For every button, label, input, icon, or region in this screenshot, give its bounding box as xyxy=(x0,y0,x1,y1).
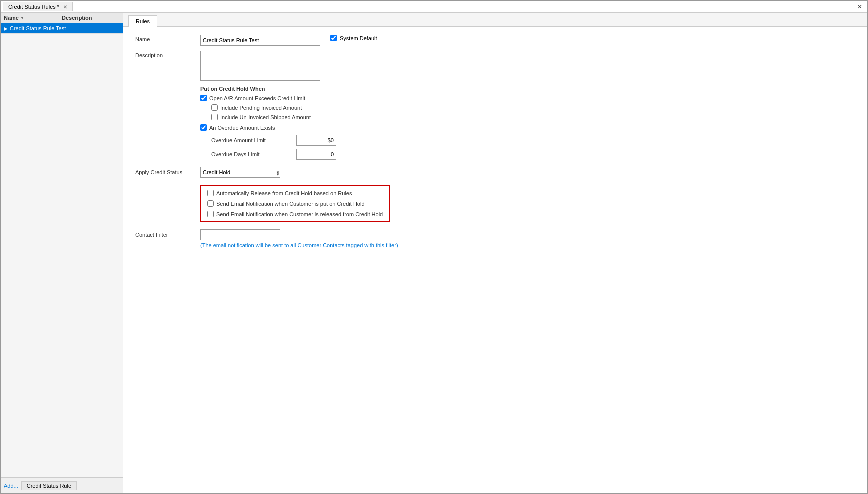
window-title: Credit Status Rules * xyxy=(8,4,59,10)
open-ar-label[interactable]: Open A/R Amount Exceeds Credit Limit xyxy=(200,95,855,101)
auto-release-label[interactable]: Automatically Release from Credit Hold b… xyxy=(207,190,383,196)
description-row: Description xyxy=(135,51,855,81)
include-uninvoiced-row: Include Un-Invoiced Shipped Amount xyxy=(211,114,855,120)
send-email-put-checkbox[interactable] xyxy=(207,200,214,207)
open-ar-checkbox[interactable] xyxy=(200,95,207,101)
include-pending-checkbox[interactable] xyxy=(211,104,218,111)
title-bar: Credit Status Rules * ✕ ✕ xyxy=(1,1,867,13)
content-area: Name ▼ Description ▶ Credit Status Rule … xyxy=(1,13,867,493)
name-input[interactable] xyxy=(200,35,320,46)
include-pending-label[interactable]: Include Pending Invoiced Amount xyxy=(211,104,855,111)
contact-filter-input[interactable] xyxy=(200,229,280,240)
overdue-days-limit-row: Overdue Days Limit xyxy=(211,149,855,160)
include-uninvoiced-checkbox[interactable] xyxy=(211,114,218,120)
list-item[interactable]: ▶ Credit Status Rule Test xyxy=(1,23,123,34)
credit-hold-header: Put on Credit Hold When Open A/R Amount … xyxy=(200,86,855,160)
name-row: Name System Default xyxy=(135,35,855,46)
include-pending-row: Include Pending Invoiced Amount xyxy=(211,104,855,111)
form-area: Name System Default Description Put on C… xyxy=(123,27,867,256)
right-panel: Rules Name System Default Description xyxy=(123,13,867,493)
include-uninvoiced-label[interactable]: Include Un-Invoiced Shipped Amount xyxy=(211,114,855,120)
hint-text: (The email notification will be sent to … xyxy=(200,242,855,248)
list-items: ▶ Credit Status Rule Test xyxy=(1,23,123,477)
row-arrow-icon: ▶ xyxy=(4,26,8,31)
overdue-days-limit-label: Overdue Days Limit xyxy=(211,151,291,157)
apply-credit-status-wrapper: Credit Hold Credit Warning xyxy=(200,167,282,178)
put-on-credit-hold-title: Put on Credit Hold When xyxy=(200,86,265,92)
sort-name-icon: ▼ xyxy=(20,16,24,20)
overdue-amount-limit-label: Overdue Amount Limit xyxy=(211,137,291,143)
description-label: Description xyxy=(135,51,195,58)
left-panel: Name ▼ Description ▶ Credit Status Rule … xyxy=(1,13,123,493)
overdue-amount-limit-row: Overdue Amount Limit xyxy=(211,135,855,146)
description-input[interactable] xyxy=(200,51,320,81)
tab-close-icon[interactable]: ✕ xyxy=(63,4,67,10)
credit-hold-section: Put on Credit Hold When Open A/R Amount … xyxy=(135,86,855,160)
window-close-button[interactable]: ✕ xyxy=(854,2,865,11)
contact-filter-row: Contact Filter xyxy=(135,229,855,240)
system-default-row: System Default xyxy=(330,35,377,41)
tab-bar: Rules xyxy=(123,13,867,27)
system-default-label: System Default xyxy=(340,35,377,41)
list-item-name: Credit Status Rule Test xyxy=(10,25,66,31)
add-link[interactable]: Add... xyxy=(4,483,18,489)
send-email-put-label[interactable]: Send Email Notification when Customer is… xyxy=(207,200,383,207)
tab-rules[interactable]: Rules xyxy=(128,15,157,27)
overdue-amount-checkbox[interactable] xyxy=(200,124,207,131)
contact-filter-label: Contact Filter xyxy=(135,232,195,238)
name-label: Name xyxy=(135,35,195,42)
col-description: Description xyxy=(62,15,120,21)
send-email-release-checkbox[interactable] xyxy=(207,211,214,217)
title-tab[interactable]: Credit Status Rules * ✕ xyxy=(3,2,73,11)
overdue-amount-exists-row: An Overdue Amount Exists xyxy=(200,124,855,131)
apply-credit-status-row: Apply Credit Status Credit Hold Credit W… xyxy=(135,167,855,178)
main-window: Credit Status Rules * ✕ ✕ Name ▼ Descrip… xyxy=(0,0,868,494)
add-credit-status-rule-button[interactable]: Credit Status Rule xyxy=(21,481,77,490)
overdue-days-limit-input[interactable] xyxy=(296,149,336,160)
open-ar-row: Open A/R Amount Exceeds Credit Limit xyxy=(200,95,855,101)
overdue-amount-label[interactable]: An Overdue Amount Exists xyxy=(200,124,855,131)
col-name: Name ▼ xyxy=(4,15,62,21)
auto-release-checkbox[interactable] xyxy=(207,190,214,196)
bottom-bar: Add... Credit Status Rule xyxy=(1,477,123,493)
email-notification-box: Automatically Release from Credit Hold b… xyxy=(200,185,390,222)
send-email-release-label[interactable]: Send Email Notification when Customer is… xyxy=(207,211,383,217)
system-default-checkbox[interactable] xyxy=(330,35,337,41)
overdue-amount-limit-input[interactable] xyxy=(296,135,336,146)
apply-credit-status-label: Apply Credit Status xyxy=(135,169,195,175)
apply-credit-status-select[interactable]: Credit Hold Credit Warning xyxy=(200,167,280,178)
list-header: Name ▼ Description xyxy=(1,13,123,23)
